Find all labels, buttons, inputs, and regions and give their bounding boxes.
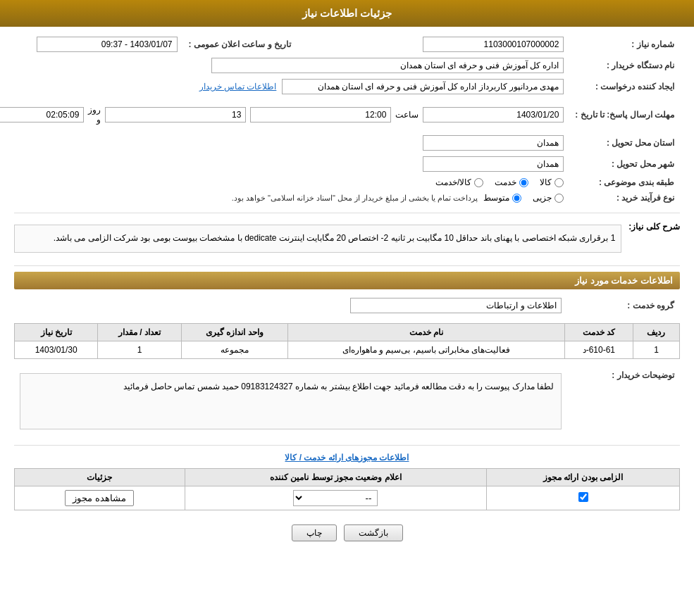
col-unit: واحد اندازه گیری <box>181 323 288 341</box>
col-code: کد خدمت <box>564 323 633 341</box>
col-quantity: تعداد / مقدار <box>98 323 181 341</box>
announce-value-field: 1403/01/07 - 09:37 <box>37 37 178 52</box>
delivery-city-label: شهر محل تحویل : <box>569 153 680 175</box>
process-option-motavasset[interactable]: متوسط <box>483 193 521 203</box>
description-text: 1 برقراری شبکه اختصاصی با پهنای باند حدا… <box>14 225 621 253</box>
table-row: 1 610-61-د فعالیت‌های مخابراتی باسیم، بی… <box>15 341 680 358</box>
category-radio-kala[interactable] <box>554 178 564 187</box>
process-note: پرداخت تمام یا بخشی از مبلغ خریدار از مح… <box>232 194 478 203</box>
buyer-org-field: اداره کل آموزش فنی و حرفه ای استان همدان <box>211 58 564 73</box>
perm-status-cell: -- <box>185 486 487 510</box>
delivery-province-label: استان محل تحویل : <box>569 132 680 153</box>
cell-date: 1403/01/30 <box>15 341 98 358</box>
category-option-both[interactable]: کالا/خدمت <box>435 177 483 187</box>
bottom-buttons: بازگشت چاپ <box>14 524 680 541</box>
permissions-section-title: اطلاعات مجوزهای ارائه خدمت / کالا <box>14 453 680 463</box>
buyer-org-label: نام دستگاه خریدار : <box>569 55 680 76</box>
divider-3 <box>14 445 680 446</box>
page-header: جزئیات اطلاعات نیاز <box>0 0 694 27</box>
category-radio-both[interactable] <box>474 178 483 187</box>
requester-label: ایجاد کننده درخواست : <box>569 76 680 97</box>
divider-2 <box>14 265 680 266</box>
view-permit-button[interactable]: مشاهده مجوز <box>65 490 134 506</box>
category-option-kala[interactable]: کالا <box>540 177 564 187</box>
perm-details-cell: مشاهده مجوز <box>15 486 185 510</box>
cell-row: 1 <box>633 341 679 358</box>
delivery-province-field: همدان <box>423 135 564 151</box>
process-radio-group: جزیی متوسط <box>483 193 564 203</box>
process-radio-motavasset[interactable] <box>512 194 521 203</box>
divider-1 <box>14 213 680 213</box>
service-group-table: گروه خدمت : اطلاعات و ارتباطات <box>14 295 680 316</box>
perm-status-select[interactable]: -- <box>293 490 378 506</box>
category-label: طبقه بندی موضوعی : <box>569 175 680 190</box>
need-number-field: 1103000107000002 <box>423 37 564 52</box>
deadline-label: مهلت ارسال پاسخ: تا تاریخ : <box>569 97 680 132</box>
perm-required-checkbox[interactable] <box>578 492 588 502</box>
permissions-section: اطلاعات مجوزهای ارائه خدمت / کالا الزامی… <box>14 453 680 510</box>
perm-col-status: اعلام وضعیت مجوز توسط نامین کننده <box>185 468 487 486</box>
cell-unit: مجموعه <box>181 341 288 358</box>
process-label-motavasset: متوسط <box>483 193 509 203</box>
deadline-date-field: 1403/01/20 <box>423 107 564 122</box>
perm-required-cell <box>487 486 680 510</box>
col-row: ردیف <box>633 323 679 341</box>
main-info-table: شماره نیاز : 1103000107000002 تاریخ و سا… <box>0 34 680 206</box>
services-data-table: ردیف کد خدمت نام خدمت واحد اندازه گیری ت… <box>14 323 680 359</box>
contact-link[interactable]: اطلاعات تماس خریدار <box>199 82 277 92</box>
buyer-desc-table: توضیحات خریدار : لطفا مدارک پیوست را به … <box>14 365 680 438</box>
col-name: نام خدمت <box>288 323 565 341</box>
cell-name: فعالیت‌های مخابراتی باسیم، بی‌سیم و ماهو… <box>288 341 565 358</box>
need-number-value: 1103000107000002 <box>297 34 569 55</box>
cell-quantity: 1 <box>98 341 181 358</box>
deadline-days-field: 13 <box>105 107 246 122</box>
cell-code: 610-61-د <box>564 341 633 358</box>
category-option-khedmat[interactable]: خدمت <box>495 177 528 187</box>
category-label-khedmat: خدمت <box>495 177 516 187</box>
perm-row: -- مشاهده مجوز <box>15 486 680 510</box>
category-label-kala: کالا <box>540 177 552 187</box>
announce-label: تاریخ و ساعت اعلان عمومی : <box>183 34 297 55</box>
perm-col-details: جزئیات <box>15 468 185 486</box>
page-title: جزئیات اطلاعات نیاز <box>302 7 392 19</box>
process-radio-jozi[interactable] <box>554 194 564 203</box>
print-button[interactable]: چاپ <box>292 524 337 541</box>
service-group-label: گروه خدمت : <box>567 295 680 316</box>
process-option-jozi[interactable]: جزیی <box>533 193 564 203</box>
need-number-label: شماره نیاز : <box>569 34 680 55</box>
col-date: تاریخ نیاز <box>15 323 98 341</box>
services-section-title: اطلاعات خدمات مورد نیاز <box>14 272 680 289</box>
description-section-label: شرح کلی نیاز: <box>628 222 680 232</box>
buyer-desc-label: توضیحات خریدار : <box>567 365 680 438</box>
category-radio-group: کالا خدمت کالا/خدمت <box>0 177 564 187</box>
process-label-jozi: جزیی <box>533 193 552 203</box>
delivery-city-field: همدان <box>423 156 564 172</box>
deadline-days-label: روز و <box>88 105 101 125</box>
permissions-table: الزامی بودن ارائه مجوز اعلام وضعیت مجوز … <box>14 468 680 510</box>
deadline-remaining-field: 02:05:09 <box>0 107 84 122</box>
service-group-field: اطلاعات و ارتباطات <box>350 298 562 313</box>
category-radio-khedmat[interactable] <box>519 178 528 187</box>
deadline-time-field: 12:00 <box>250 107 391 122</box>
deadline-time-label: ساعت <box>395 110 419 120</box>
back-button[interactable]: بازگشت <box>344 524 403 541</box>
perm-col-required: الزامی بودن ارائه مجوز <box>487 468 680 486</box>
requester-field: مهدی مردانپور کاربرداز اداره کل آموزش فن… <box>282 79 564 94</box>
buyer-desc-field: لطفا مدارک پیوست را به دقت مطالعه فرمائی… <box>20 373 562 429</box>
category-label-both: کالا/خدمت <box>435 177 471 187</box>
process-label: نوع فرآیند خرید : <box>569 190 680 206</box>
